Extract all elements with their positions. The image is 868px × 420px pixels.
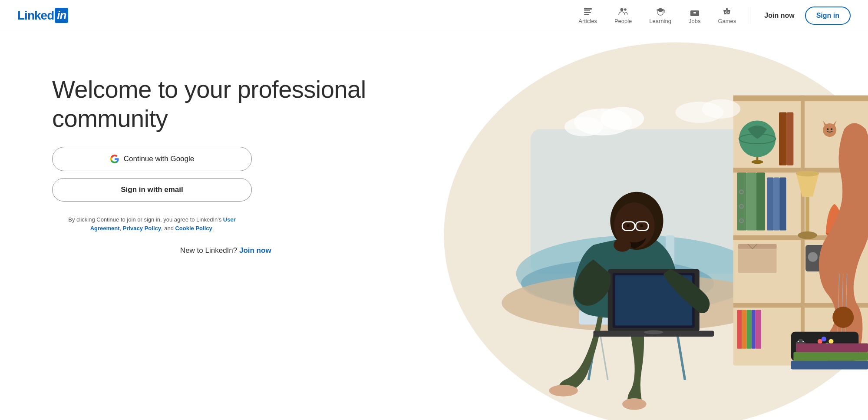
svg-rect-88 — [615, 240, 618, 248]
svg-rect-63 — [755, 310, 761, 349]
svg-rect-90 — [623, 238, 626, 246]
legal-period: . — [212, 225, 214, 231]
legal-text: By clicking Continue to join or sign in,… — [52, 215, 252, 232]
hero-illustration — [434, 31, 868, 420]
cookie-policy-link[interactable]: Cookie Policy — [175, 225, 212, 231]
games-label: Games — [718, 18, 736, 24]
svg-rect-46 — [779, 177, 786, 230]
privacy-policy-link[interactable]: Privacy Policy — [123, 225, 161, 231]
main-nav: Articles People Learning — [571, 3, 851, 28]
svg-rect-62 — [751, 310, 755, 349]
svg-point-50 — [795, 171, 818, 176]
svg-rect-30 — [779, 112, 787, 165]
svg-rect-9 — [693, 12, 696, 13]
svg-point-14 — [726, 13, 727, 13]
join-now-button[interactable]: Join now — [757, 8, 801, 23]
svg-rect-104 — [791, 360, 868, 369]
svg-rect-45 — [773, 177, 779, 230]
svg-point-93 — [564, 117, 603, 136]
svg-rect-105 — [793, 352, 868, 360]
sign-in-button[interactable]: Sign in — [805, 7, 851, 25]
svg-rect-2 — [584, 12, 591, 13]
actions-area: Continue with Google Sign in with email — [52, 147, 252, 202]
right-section — [434, 31, 868, 420]
svg-marker-6 — [656, 8, 665, 12]
people-label: People — [614, 18, 632, 24]
svg-rect-25 — [801, 96, 805, 366]
svg-point-92 — [601, 107, 644, 130]
new-user-text: New to LinkedIn? Join now — [52, 246, 399, 255]
svg-rect-61 — [746, 310, 751, 349]
nav-learning[interactable]: Learning — [642, 3, 678, 28]
svg-point-29 — [751, 160, 763, 164]
nav-jobs[interactable]: Jobs — [682, 3, 707, 28]
svg-point-37 — [830, 128, 832, 130]
svg-point-86 — [640, 224, 643, 227]
svg-point-85 — [627, 224, 630, 227]
logo[interactable]: Linkedin — [17, 8, 68, 23]
svg-rect-10 — [726, 8, 728, 10]
svg-point-67 — [832, 307, 854, 328]
sign-in-email-button[interactable]: Sign in with email — [52, 178, 252, 202]
svg-rect-0 — [584, 8, 592, 10]
svg-rect-53 — [738, 244, 776, 249]
header: Linkedin Articles — [0, 0, 868, 31]
svg-rect-3 — [584, 14, 589, 15]
logo-text: Linkedin — [17, 8, 68, 23]
continue-with-google-button[interactable]: Continue with Google — [52, 147, 252, 171]
legal-comma: , — [120, 225, 123, 231]
logo-box: in — [55, 8, 68, 23]
people-icon — [618, 7, 628, 17]
svg-point-13 — [726, 10, 727, 11]
main-content: Welcome to your professional community C… — [0, 31, 868, 420]
google-btn-label: Continue with Google — [124, 155, 195, 163]
learning-icon — [655, 7, 666, 17]
hero-title: Welcome to your professional community — [52, 75, 399, 133]
jobs-icon — [690, 7, 700, 17]
svg-point-95 — [702, 99, 740, 119]
svg-point-55 — [808, 252, 817, 262]
legal-and: , and — [161, 225, 175, 231]
articles-label: Articles — [578, 18, 597, 24]
svg-rect-39 — [746, 172, 756, 230]
svg-point-4 — [620, 8, 624, 11]
svg-rect-60 — [742, 310, 746, 349]
nav-games[interactable]: Games — [711, 3, 743, 28]
svg-point-11 — [725, 12, 726, 13]
join-now-link[interactable]: Join now — [239, 246, 271, 255]
games-icon — [722, 7, 732, 17]
jobs-label: Jobs — [689, 18, 700, 24]
nav-people[interactable]: People — [607, 3, 639, 28]
svg-point-48 — [798, 231, 817, 239]
learning-label: Learning — [649, 18, 671, 24]
svg-rect-40 — [756, 172, 765, 230]
logo-wordmark: Linked — [17, 9, 54, 23]
svg-rect-106 — [795, 343, 868, 352]
email-btn-label: Sign in with email — [121, 185, 183, 194]
articles-icon — [583, 7, 593, 17]
nav-articles[interactable]: Articles — [571, 3, 604, 28]
svg-point-36 — [826, 128, 828, 130]
new-text-plain: New to LinkedIn? — [180, 246, 239, 255]
svg-point-103 — [828, 339, 833, 344]
svg-rect-1 — [584, 10, 590, 11]
svg-point-73 — [549, 385, 578, 397]
google-logo-icon — [110, 154, 119, 164]
svg-point-74 — [622, 398, 647, 410]
svg-rect-59 — [737, 310, 742, 349]
svg-rect-89 — [619, 238, 622, 247]
svg-rect-44 — [767, 177, 774, 230]
nav-divider — [750, 7, 750, 24]
svg-rect-47 — [805, 197, 809, 235]
svg-point-5 — [624, 8, 627, 11]
svg-point-12 — [728, 12, 729, 13]
svg-point-79 — [644, 330, 663, 334]
legal-plain: By clicking Continue to join or sign in,… — [68, 216, 223, 223]
svg-rect-31 — [786, 112, 793, 165]
left-section: Welcome to your professional community C… — [0, 31, 434, 281]
svg-point-102 — [821, 337, 826, 341]
svg-rect-38 — [737, 172, 746, 230]
